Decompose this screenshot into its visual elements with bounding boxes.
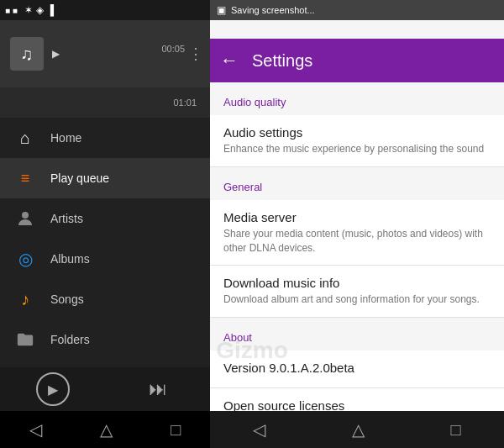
settings-title: Settings — [252, 51, 312, 71]
nav-label-songs: Songs — [50, 293, 84, 306]
play-queue-icon: ≡ — [13, 166, 37, 190]
status-left: ■ ■ ✶ ◈ ▐ — [5, 4, 54, 16]
section-label-general: General — [210, 167, 504, 200]
nav-label-home: Home — [50, 131, 81, 145]
section-label-about: About — [210, 318, 504, 350]
settings-header: ← Settings — [210, 39, 504, 82]
recents-button-right[interactable]: □ — [451, 420, 461, 440]
settings-item-open-source[interactable]: Open source licenses — [210, 388, 504, 411]
left-drawer: ♫ ▶ 00:05 ⋮ 01:01 ⌂ Home ≡ — [0, 20, 210, 448]
bluetooth-icon: ✶ — [24, 4, 33, 16]
open-source-title: Open source licenses — [223, 398, 491, 411]
media-server-desc: Share your media content (music, photos … — [223, 227, 491, 256]
next-button[interactable]: ⏭ — [142, 372, 174, 407]
nav-item-play-queue[interactable]: ≡ Play queue — [0, 158, 210, 198]
playback-controls: ▶ ⏭ — [0, 367, 210, 411]
screenshot-notification: ▣ Saving screenshot... — [210, 0, 504, 20]
version-title: Version 9.0.1.A.2.0beta — [223, 361, 491, 375]
track-info: ▶ — [52, 48, 60, 60]
artists-icon — [13, 207, 37, 230]
recents-button-left[interactable]: □ — [171, 420, 181, 440]
nav-item-albums[interactable]: ◎ Albums — [0, 239, 210, 279]
media-server-title: Media server — [223, 210, 491, 224]
track-time-1: 00:05 — [161, 44, 185, 54]
drawer-header: ♫ ▶ 00:05 ⋮ — [0, 20, 210, 87]
album-art: ♫ — [10, 37, 44, 71]
back-button-right[interactable]: ◁ — [253, 419, 265, 440]
nav-label-play-queue: Play queue — [50, 171, 109, 185]
nav-item-songs[interactable]: ♪ Songs — [0, 279, 210, 319]
screenshot-icon: ▣ — [217, 4, 226, 16]
svg-point-0 — [22, 212, 29, 219]
signal-icon: ▐ — [47, 4, 55, 16]
right-nav-bar: ◁ △ □ — [210, 411, 504, 448]
nav-item-folders[interactable]: Folders — [0, 319, 210, 360]
settings-item-media-server[interactable]: Media server Share your media content (m… — [210, 200, 504, 266]
folders-icon — [13, 328, 37, 351]
audio-settings-desc: Enhance the music experience by personal… — [223, 142, 491, 156]
overflow-menu-icon[interactable]: ⋮ — [188, 45, 203, 63]
settings-panel: ← Settings Audio quality Audio settings … — [210, 20, 504, 448]
queue-time-bar: 01:01 — [0, 87, 210, 118]
settings-item-version: Version 9.0.1.A.2.0beta — [210, 350, 504, 388]
settings-back-button[interactable]: ← — [220, 50, 239, 71]
nav-label-folders: Folders — [50, 333, 90, 346]
section-label-audio-quality: Audio quality — [210, 82, 504, 115]
nav-item-playlists[interactable]: ▷ Playlists — [0, 360, 210, 367]
settings-body: Audio quality Audio settings Enhance the… — [210, 82, 504, 411]
screenshot-text: Saving screenshot... — [231, 5, 315, 15]
albums-icon: ◎ — [13, 247, 37, 271]
home-icon: ⌂ — [13, 126, 37, 150]
wifi-icon: ◈ — [36, 4, 44, 16]
songs-icon: ♪ — [13, 287, 37, 311]
nav-item-home[interactable]: ⌂ Home — [0, 118, 210, 158]
download-music-info-desc: Download album art and song information … — [223, 293, 491, 307]
home-button-right[interactable]: △ — [352, 419, 365, 440]
left-bottom: ▶ ⏭ ◁ △ □ — [0, 367, 210, 448]
play-button[interactable]: ▶ — [36, 372, 70, 406]
nav-label-artists: Artists — [50, 212, 83, 225]
nav-label-albums: Albums — [50, 252, 90, 266]
app-icons: ■ ■ — [5, 6, 18, 15]
left-nav-bar: ◁ △ □ — [0, 411, 210, 448]
notif-spacer — [210, 20, 504, 39]
download-music-info-title: Download music info — [223, 276, 491, 290]
nav-list: ⌂ Home ≡ Play queue Artists — [0, 118, 210, 367]
settings-item-download-music-info[interactable]: Download music info Download album art a… — [210, 266, 504, 318]
nav-item-artists[interactable]: Artists — [0, 198, 210, 239]
audio-settings-title: Audio settings — [223, 125, 491, 140]
settings-item-audio-settings[interactable]: Audio settings Enhance the music experie… — [210, 115, 504, 167]
back-button-left[interactable]: ◁ — [29, 419, 42, 440]
track-time-2: 01:01 — [173, 98, 197, 108]
home-button-left[interactable]: △ — [100, 419, 113, 440]
